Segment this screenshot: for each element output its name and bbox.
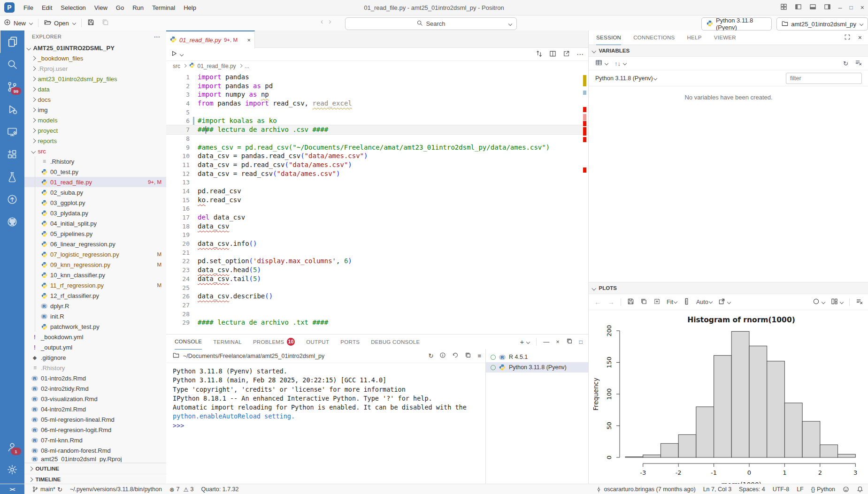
breadcrumb-segment[interactable]: src: [173, 63, 180, 69]
menu-edit[interactable]: Edit: [38, 0, 56, 15]
tree-item[interactable]: R02-intro2tidy.Rmd: [24, 383, 166, 394]
tree-item[interactable]: 12_rf_classifier.py: [24, 290, 166, 301]
timeline-section[interactable]: TIMELINE: [24, 474, 166, 484]
panel-tab-debug-console[interactable]: DEBUG CONSOLE: [371, 334, 420, 349]
tree-item[interactable]: 01_read_file.py9+, M: [24, 177, 166, 187]
code-line-9[interactable]: 9#ames_csv = pd.read_csv("~/Documents/Fr…: [166, 143, 588, 152]
tree-item[interactable]: reports: [24, 136, 166, 146]
tree-item[interactable]: 04_initial_split.py: [24, 218, 166, 228]
maximize-window-icon[interactable]: □: [850, 4, 853, 11]
restore-panel-icon[interactable]: [566, 338, 573, 346]
tree-item[interactable]: .Rproj.user: [24, 63, 166, 74]
git-branch-item[interactable]: main* ↻: [32, 486, 62, 493]
tree-item[interactable]: Rinit.R: [24, 311, 166, 321]
restart-runtime-icon[interactable]: [452, 352, 459, 360]
close-window-icon[interactable]: ×: [860, 4, 864, 11]
commit-info-item[interactable]: oscararturo.bringas (7 months ago): [596, 486, 695, 493]
tree-item[interactable]: patchwork_test.py: [24, 321, 166, 332]
cursor-position-item[interactable]: Ln 7, Col 3: [703, 486, 731, 493]
variables-runtime-picker[interactable]: Python 3.11.8 (Pyenv): [595, 75, 653, 82]
eol-item[interactable]: LF: [797, 486, 804, 493]
menu-terminal[interactable]: Terminal: [148, 0, 179, 15]
tree-item[interactable]: proyect: [24, 125, 166, 136]
console-output[interactable]: Python 3.11.8 (Pyenv) started.Python 3.1…: [173, 367, 483, 484]
menu-help[interactable]: Help: [179, 0, 200, 15]
nav-forward-icon[interactable]: ›: [329, 17, 331, 26]
editor-more-actions-icon[interactable]: ⋯: [576, 50, 584, 59]
code-line-2[interactable]: 2import pandas as pd: [166, 82, 588, 91]
save-button[interactable]: [84, 17, 98, 29]
tree-item[interactable]: 11_rf_regression.pyM: [24, 280, 166, 290]
plot-back-icon[interactable]: ←: [594, 298, 601, 306]
language-mode-item[interactable]: {}Python: [811, 486, 835, 493]
code-line-18[interactable]: 18data_csv: [166, 222, 588, 231]
duplicate-session-icon[interactable]: [465, 352, 471, 360]
chevron-down-icon[interactable]: [526, 340, 530, 343]
explorer-more-actions-icon[interactable]: ⋯: [154, 33, 161, 40]
tree-item[interactable]: data: [24, 84, 166, 94]
tree-item[interactable]: ◆.gitignore: [24, 352, 166, 363]
plot-copy-icon[interactable]: [640, 298, 647, 306]
tree-item[interactable]: src: [24, 146, 166, 156]
tree-item[interactable]: Rdplyr.R: [24, 301, 166, 311]
compare-changes-icon[interactable]: [536, 50, 543, 59]
new-button[interactable]: New: [0, 17, 36, 29]
code-line-14[interactable]: 14pd.read_csv: [166, 187, 588, 196]
code-line-8[interactable]: 8: [166, 134, 588, 143]
panel-tab-problems[interactable]: PROBLEMS10: [253, 334, 295, 349]
activity-devices-icon[interactable]: [0, 121, 24, 143]
code-line-3[interactable]: 3import numpy as np: [166, 90, 588, 99]
activity-extensions-icon[interactable]: [0, 143, 24, 166]
code-line-13[interactable]: 13: [166, 178, 588, 187]
session-r[interactable]: RR 4.5.1: [486, 352, 588, 362]
code-line-22[interactable]: 22pd.set_option('display.max_columns', 6…: [166, 257, 588, 266]
menu-go[interactable]: Go: [112, 0, 128, 15]
variables-section-header[interactable]: VARIABLES: [589, 45, 868, 57]
code-line-5[interactable]: 5: [166, 108, 588, 117]
tree-item[interactable]: 05_pipelines.py: [24, 228, 166, 239]
right-tab-viewer[interactable]: VIEWER: [714, 30, 736, 45]
toggle-panel-icon[interactable]: [809, 3, 816, 12]
tree-item[interactable]: 10_knn_classifier.py: [24, 270, 166, 280]
code-line-24[interactable]: 24data_csv.tail(5): [166, 274, 588, 283]
tree-item[interactable]: 03_plydata.py: [24, 208, 166, 218]
activity-testing-icon[interactable]: [0, 166, 24, 188]
plot-layout-icon[interactable]: [831, 298, 838, 306]
outline-section[interactable]: OUTLINE: [24, 463, 166, 474]
code-line-27[interactable]: 27: [166, 301, 588, 310]
code-line-17[interactable]: 17del data_csv: [166, 213, 588, 222]
code-line-16[interactable]: 16: [166, 204, 588, 213]
activity-explorer-icon[interactable]: [0, 30, 25, 53]
panel-tab-output[interactable]: OUTPUT: [306, 334, 329, 349]
code-line-21[interactable]: 21: [166, 248, 588, 257]
plot-save-icon[interactable]: [627, 298, 634, 306]
code-line-1[interactable]: 1import pandas: [166, 73, 588, 82]
variables-grid-view-icon[interactable]: [595, 59, 602, 68]
info-icon[interactable]: [439, 352, 446, 360]
code-line-28[interactable]: 28: [166, 310, 588, 319]
tree-item[interactable]: R03-visualization.Rmd: [24, 394, 166, 404]
nav-back-icon[interactable]: ‹: [321, 17, 323, 26]
minimize-window-icon[interactable]: –: [838, 4, 842, 11]
tree-item[interactable]: !_output.yml: [24, 342, 166, 352]
notifications-bell-icon[interactable]: [857, 486, 863, 493]
variables-refresh-icon[interactable]: ↻: [843, 60, 848, 67]
tree-root[interactable]: AMT25_01INTRO2DSML_PY: [24, 43, 166, 53]
toggle-sidebar-icon[interactable]: [795, 3, 802, 12]
interpreter-picker-button[interactable]: Python 3.11.8 (Pyenv): [701, 17, 772, 30]
maximize-panel-icon[interactable]: □: [579, 339, 583, 345]
python-path-item[interactable]: ~/.pyenv/versions/3.11.8/bin/python: [70, 486, 162, 493]
accounts-icon[interactable]: 1: [0, 436, 24, 458]
code-line-23[interactable]: 23data_csv.head(5): [166, 266, 588, 274]
indentation-item[interactable]: Spaces: 4: [739, 486, 765, 493]
tree-item[interactable]: models: [24, 115, 166, 125]
panel-tab-console[interactable]: CONSOLE: [175, 334, 202, 350]
menu-selection[interactable]: Selection: [56, 0, 90, 15]
code-line-10[interactable]: 10data_csv = pandas.read_csv("data/ames.…: [166, 152, 588, 160]
tree-item[interactable]: R08-ml-random-forest.Rmd: [24, 445, 166, 456]
tree-item[interactable]: R06-ml-regresion-logit.Rmd: [24, 425, 166, 435]
open-in-window-icon[interactable]: [563, 50, 570, 59]
tree-item[interactable]: 07_logistic_regression.pyM: [24, 249, 166, 259]
remote-indicator[interactable]: ><: [0, 484, 24, 494]
settings-gear-icon[interactable]: [0, 458, 24, 481]
